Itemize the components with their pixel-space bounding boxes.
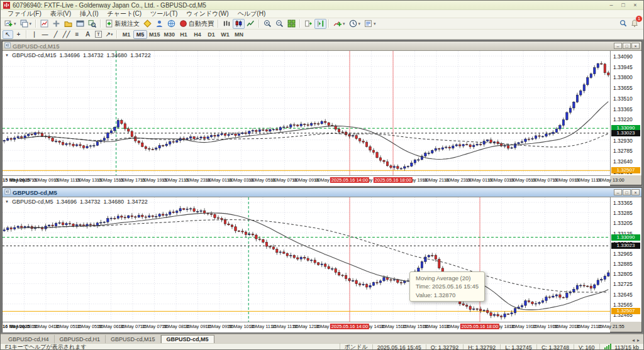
chart-tab-m5[interactable]: GBPUSD-cd,M5 [161,335,214,343]
menu-help[interactable]: ヘルプ(H) [233,9,270,18]
title-bar[interactable]: 60796940: FXTF-Live - Goldenway Japan Co… [1,1,643,10]
bar-chart-mode-button[interactable] [221,19,233,29]
chart-shift-button[interactable] [314,19,326,29]
chevron-down-icon: ▾ [343,21,345,26]
maximize-button[interactable]: □ [618,1,629,9]
oneclick-arrow-icon[interactable]: ▼ [5,53,9,57]
menu-window[interactable]: ウィンドウ(W) [182,9,233,18]
toolbar-separator [258,19,260,28]
menu-insert[interactable]: 挿入(I) [75,9,103,18]
mql5-market-button[interactable] [165,19,177,29]
legend-high: 1.34732 [80,199,101,205]
menu-view[interactable]: 表示(V) [46,9,75,18]
notifications-icon[interactable]: 1 [631,18,638,30]
chart-plot-m5[interactable]: ▼ GBPUSD-cd,M51.346961.347321.346801.347… [3,197,610,322]
app-icon [3,2,10,9]
profiles-button[interactable]: ▾ [18,19,34,29]
search-icon[interactable] [619,18,627,30]
time-axis[interactable]: 15 May 202515 May 07:0015 May 09:0015 Ma… [3,175,610,186]
price-tick: 1.32785 [613,148,633,154]
chart-tab-h1[interactable]: GBPUSD-cd,H1 [55,335,106,343]
trendline-tool-button[interactable]: ╱ [50,30,61,39]
chart-tab-m15[interactable]: GBPUSD-cd,M15 [106,335,161,343]
new-chart-button[interactable]: ▾ [3,19,18,29]
periods-button[interactable]: ▾ [347,19,363,29]
arrows-tool-button[interactable]: ↗▾ [104,30,114,39]
minimize-button[interactable]: – [606,1,617,9]
equidistant-channel-tool-button[interactable]: ╱╱ [61,30,72,39]
time-axis[interactable]: 16 May 202516 May 03:5516 May 04:3516 Ma… [3,322,610,332]
line-chart-mode-icon [247,19,255,28]
price-axis[interactable]: 1.340901.339451.338001.336551.335101.333… [610,51,641,175]
indicators-button[interactable]: ▾ [331,19,347,29]
toolbar-tools: ↖+|—╱╱╱≡AT↗▾M1M5M15M30H1H4D1W1MN [1,30,643,40]
metaeditor-button[interactable] [142,19,153,29]
tabs-scroll-left-icon[interactable]: ◂ [632,337,635,343]
new-order-button[interactable]: 新規注文 [103,19,142,29]
timeframe-d1-button[interactable]: D1 [204,30,218,39]
zoom-in-button[interactable] [262,19,274,29]
timeframe-h1-button[interactable]: H1 [177,30,191,39]
community-button[interactable] [153,19,165,29]
line-chart-mode-button[interactable] [245,19,257,29]
notification-badge: 1 [636,16,642,22]
templates-button[interactable]: ▾ [362,19,378,29]
close-button[interactable]: × [630,1,641,9]
candle-chart-mode-button[interactable] [233,19,245,29]
legend-symbol: GBPUSD-cd,M5 [12,199,53,205]
chart-window-m5[interactable]: GBPUSD-cd,M5 – □ × ▼ GBPUSD-cd,M51.34696… [2,187,642,332]
chart-window-titlebar[interactable]: GBPUSD-cd,M5 – □ × [3,188,641,197]
vline-time-badge: 2025.05.16 18:00 [460,324,499,329]
profiles-icon [20,19,28,28]
tile-windows-button[interactable] [286,19,297,29]
auto-scroll-icon [304,19,313,28]
chart-plot-m15[interactable]: ▼ GBPUSD-cd,M151.346961.347321.346801.34… [3,51,610,175]
oneclick-arrow-icon[interactable]: ▼ [5,200,9,204]
data-window-button[interactable] [50,19,62,29]
strategy-tester-button[interactable] [86,19,98,29]
timeframe-m1-button[interactable]: M1 [119,30,133,39]
navigator-icon [64,19,72,28]
autotrading-button[interactable]: 自動売買 [177,19,216,29]
zoom-out-button[interactable] [274,19,286,29]
vertical-line-tool-button[interactable]: | [29,30,40,39]
label-tool-button[interactable]: T [93,30,104,39]
chart-restore-button[interactable]: □ [623,43,631,49]
timeframe-h4-button[interactable]: H4 [191,30,204,39]
timeframe-mn-button[interactable]: MN [232,30,246,39]
chart-restore-button[interactable]: □ [623,189,631,195]
status-profile[interactable]: ポンドル [340,343,372,350]
terminal-icon [76,19,84,28]
chart-window-titlebar[interactable]: GBPUSD-cd,M15 – □ × [3,41,641,50]
chart-tab-h4[interactable]: GBPUSD-cd,H4 [3,335,55,343]
market-watch-button[interactable] [38,19,50,29]
chart-legend: ▼ GBPUSD-cd,M51.346961.347321.346801.347… [5,199,148,205]
price-axis[interactable]: 1.333651.332851.332051.331251.330451.329… [610,197,641,322]
menu-bar: ファイル(F)表示(V)挿入(I)チャート(C)ツール(T)ウィンドウ(W)ヘル… [1,10,643,18]
chart-close-button[interactable]: × [631,43,640,49]
chart-window-m15[interactable]: GBPUSD-cd,M15 – □ × ▼ GBPUSD-cd,M151.346… [2,41,642,185]
text-tool-button[interactable]: A [82,30,93,39]
chevron-down-icon: ▾ [30,21,32,26]
auto-scroll-button[interactable] [303,19,314,29]
horizontal-line-tool-button[interactable]: — [40,30,50,39]
chart-minimize-button[interactable]: – [614,43,622,49]
timeframe-w1-button[interactable]: W1 [218,30,232,39]
price-badge: 1.32507 [611,167,640,173]
fibonacci-tool-button[interactable]: ≡ [72,30,82,39]
crosshair-tool-button[interactable]: + [13,30,24,39]
toolbar-separator [35,19,36,28]
timeframe-m15-button[interactable]: M15 [147,30,162,39]
menu-tools[interactable]: ツール(T) [146,9,182,18]
terminal-button[interactable] [74,19,86,29]
navigator-button[interactable] [62,19,74,29]
chart-minimize-button[interactable]: – [614,189,622,195]
timeframe-m5-button[interactable]: M5 [133,30,147,39]
status-bar-time: 2025.05.16 15:45 [372,344,426,350]
timeframe-m30-button[interactable]: M30 [162,30,177,39]
chart-close-button[interactable]: × [631,189,640,195]
menu-charts[interactable]: チャート(C) [103,9,147,18]
menu-file[interactable]: ファイル(F) [3,9,46,18]
tabs-scroll-right-icon[interactable]: ▸ [637,337,640,343]
cursor-tool-button[interactable]: ↖ [3,30,13,39]
